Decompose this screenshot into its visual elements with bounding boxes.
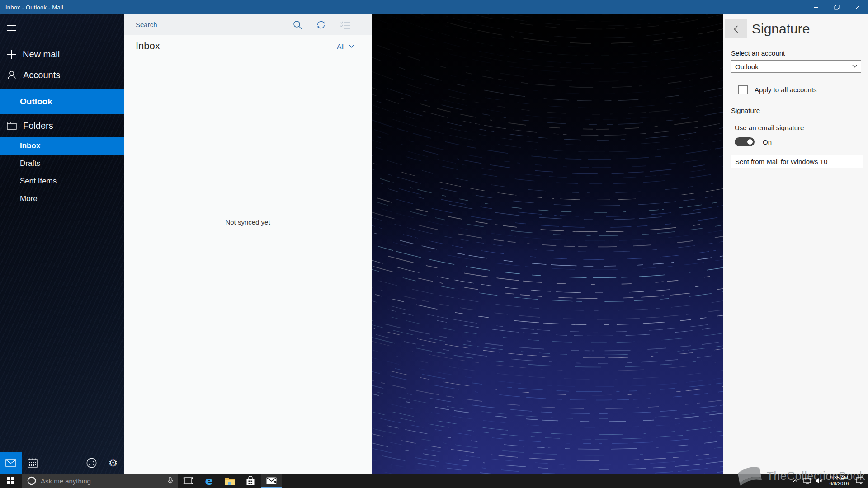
restore-icon	[834, 5, 840, 10]
action-center-icon	[856, 477, 863, 484]
close-icon	[855, 5, 860, 10]
signature-section-label: Signature	[731, 107, 868, 114]
sidebar-folder-inbox[interactable]: Inbox	[0, 137, 124, 155]
reading-pane-wallpaper	[372, 14, 723, 474]
account-dropdown: Outlook	[731, 60, 861, 73]
tray-expand-button[interactable]	[789, 474, 801, 488]
mail-taskbar-button[interactable]	[261, 474, 282, 488]
file-explorer-icon	[224, 477, 235, 485]
sidebar: New mail Accounts Outlook Folders Inbox	[0, 14, 124, 474]
apply-all-checkbox[interactable]	[738, 85, 748, 94]
filter-all-dropdown[interactable]: All	[337, 42, 354, 50]
restore-button[interactable]	[826, 0, 847, 14]
settings-title: Signature	[752, 21, 810, 37]
minimize-icon	[813, 5, 819, 10]
clock-date: 6/8/2016	[830, 481, 849, 487]
sidebar-folder-more[interactable]: More	[0, 190, 124, 207]
search-divider	[309, 19, 309, 30]
cortana-icon	[27, 476, 36, 485]
folder-icon	[7, 122, 17, 130]
message-list-pane: Inbox All Not synced yet	[124, 14, 372, 474]
hamburger-menu-button[interactable]	[3, 20, 23, 36]
cortana-search-box	[22, 474, 178, 488]
calendar-view-button[interactable]	[22, 452, 43, 474]
sync-button[interactable]	[316, 20, 326, 29]
chevron-down-icon	[349, 44, 354, 48]
chevron-left-icon	[734, 25, 738, 33]
windows-logo-icon	[7, 477, 14, 484]
clock[interactable]: 9:35 AM 6/8/2016	[825, 474, 854, 488]
folders-header[interactable]: Folders	[0, 114, 124, 137]
smiley-icon	[86, 458, 97, 468]
microphone-icon[interactable]	[167, 477, 173, 485]
feedback-button[interactable]	[80, 452, 102, 474]
search-icon	[293, 20, 302, 29]
network-icon	[803, 478, 811, 484]
mail-icon	[266, 477, 277, 484]
window-controls	[806, 0, 868, 14]
folders-label: Folders	[23, 121, 53, 131]
accounts-label: Accounts	[23, 70, 60, 80]
list-title: Inbox	[136, 40, 160, 52]
account-select[interactable]: Outlook	[731, 60, 861, 73]
close-button[interactable]	[847, 0, 868, 14]
use-signature-label: Use an email signature	[735, 124, 868, 131]
desktop: Inbox - Outlook - Mail New mail	[0, 0, 868, 488]
selection-mode-button[interactable]	[340, 20, 351, 29]
store-icon	[246, 476, 255, 486]
window-title: Inbox - Outlook - Mail	[5, 4, 63, 11]
signature-text-input[interactable]	[731, 155, 863, 168]
action-center-button[interactable]	[854, 474, 865, 488]
start-button[interactable]	[0, 474, 22, 488]
settings-header: Signature	[725, 19, 868, 38]
edge-button[interactable]: e	[198, 474, 219, 488]
select-list-icon	[340, 20, 351, 29]
task-view-button[interactable]	[178, 474, 198, 488]
mail-icon	[5, 459, 16, 467]
mail-view-button[interactable]	[0, 452, 22, 474]
task-view-icon	[183, 477, 193, 484]
hamburger-icon	[7, 25, 16, 26]
plus-icon	[7, 50, 16, 59]
mail-app: New mail Accounts Outlook Folders Inbox	[0, 14, 868, 474]
network-tray-button[interactable]	[801, 474, 813, 488]
sidebar-folder-drafts[interactable]: Drafts	[0, 155, 124, 172]
new-mail-button[interactable]: New mail	[0, 44, 124, 65]
calendar-icon	[28, 458, 38, 468]
sidebar-bottom-bar: ⚙	[0, 452, 124, 474]
signature-toggle-row: On	[735, 137, 868, 146]
apply-all-row: Apply to all accounts	[738, 85, 868, 94]
taskbar: e	[0, 474, 868, 488]
cortana-search-input[interactable]	[41, 477, 163, 485]
toggle-knob	[747, 139, 753, 145]
apply-all-label: Apply to all accounts	[755, 86, 817, 94]
accounts-button[interactable]: Accounts	[0, 65, 124, 85]
signature-toggle[interactable]	[735, 137, 755, 146]
store-button[interactable]	[240, 474, 261, 488]
star-trails-image	[372, 14, 723, 474]
sidebar-account-outlook[interactable]: Outlook	[0, 89, 124, 114]
search-button[interactable]	[293, 20, 302, 29]
sync-icon	[316, 20, 326, 29]
settings-panel: Signature Select an account Outlook Appl…	[723, 14, 868, 474]
search-bar	[124, 14, 372, 35]
speaker-icon	[815, 478, 823, 484]
search-input[interactable]	[136, 21, 293, 28]
file-explorer-button[interactable]	[219, 474, 240, 488]
back-button[interactable]	[725, 19, 747, 38]
minimize-button[interactable]	[806, 0, 826, 14]
settings-button[interactable]: ⚙	[102, 452, 124, 474]
account-name: Outlook	[20, 97, 52, 107]
volume-tray-button[interactable]	[813, 474, 825, 488]
chevron-up-icon	[793, 479, 798, 483]
select-account-label: Select an account	[731, 49, 868, 57]
window-titlebar: Inbox - Outlook - Mail	[0, 0, 868, 14]
system-tray: 9:35 AM 6/8/2016	[789, 474, 868, 488]
sidebar-folder-sent-items[interactable]: Sent Items	[0, 172, 124, 190]
empty-state-message: Not synced yet	[124, 218, 372, 226]
toggle-state-label: On	[763, 138, 772, 146]
person-icon	[7, 70, 16, 80]
edge-icon: e	[205, 475, 213, 487]
new-mail-label: New mail	[23, 49, 60, 60]
clock-time: 9:35 AM	[830, 475, 848, 481]
